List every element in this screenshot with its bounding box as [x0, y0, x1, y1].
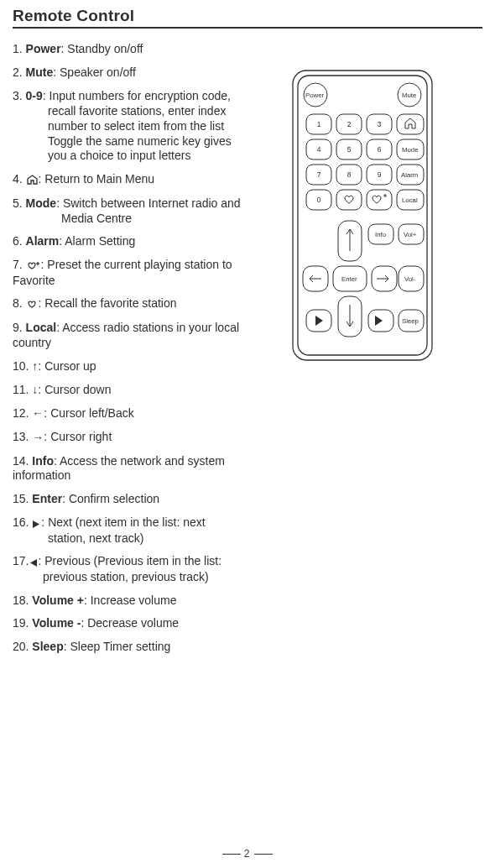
desc-item-2: 2. Mute: Speaker on/off [13, 65, 274, 81]
desc-item-4: 4. : Return to Main Menu [13, 172, 274, 187]
desc-item-1: 1. Power: Standby on/off [13, 42, 274, 57]
desc-item-6: 6. Alarm: Alarm Setting [13, 234, 274, 249]
mute-label: Mute [402, 92, 416, 99]
alarm-label: Alarm [401, 171, 418, 179]
volm-label: Vol- [404, 275, 416, 283]
sleep-label: Sleep [402, 317, 419, 325]
svg-rect-31 [367, 190, 392, 210]
desc-item-13: 13. →: Cursor right [13, 430, 274, 445]
svg-text:6: 6 [378, 145, 382, 154]
fav-icon [26, 297, 39, 312]
desc-item-18: 18. Volume +: Increase volume [13, 593, 274, 609]
power-label: Power [305, 92, 325, 99]
prev-icon [29, 555, 38, 570]
desc-item-3: 3. 0-9: Input numbers for encryption cod… [13, 89, 274, 165]
local-label: Local [402, 196, 418, 204]
desc-item-19: 19. Volume -: Decrease volume [13, 616, 274, 631]
desc-item-11: 11. ↓: Cursor down [13, 383, 274, 398]
svg-rect-3 [298, 76, 427, 355]
svg-text:8: 8 [347, 170, 352, 179]
desc-item-15: 15. Enter: Confirm selection [13, 492, 274, 507]
mode-label: Mode [402, 146, 419, 154]
svg-text:3: 3 [378, 120, 382, 128]
description-list: 1. Power: Standby on/off2. Mute: Speaker… [13, 42, 274, 663]
next-icon [32, 516, 41, 531]
right-icon: → [32, 431, 44, 446]
svg-text:9: 9 [378, 170, 382, 179]
desc-item-16: 16. : Next (next item in the list: nexts… [13, 515, 274, 546]
desc-item-20: 20. Sleep: Sleep Timer setting [13, 640, 274, 655]
desc-item-5: 5. Mode: Switch between Internet radio a… [13, 196, 274, 227]
desc-item-10: 10. ↑: Cursor up [13, 359, 274, 374]
svg-text:2: 2 [347, 120, 352, 128]
enter-label: Enter [341, 275, 357, 283]
page-title: Remote Control [13, 7, 482, 29]
desc-item-12: 12. ←: Cursor left/Back [13, 406, 274, 421]
desc-item-14: 14. Info: Access the network and systemi… [13, 454, 274, 484]
svg-text:5: 5 [347, 145, 352, 154]
desc-item-17: 17.: Previous (Previous item in the list… [13, 554, 274, 584]
svg-text:1: 1 [317, 120, 321, 128]
left-icon: ← [32, 406, 44, 421]
info-label: Info [375, 231, 387, 238]
desc-item-7: 7. : Preset the current playing station … [13, 258, 274, 288]
page-number: 2 [0, 848, 495, 860]
home-icon [26, 173, 39, 188]
svg-rect-30 [336, 190, 362, 210]
fav-add-icon [26, 259, 41, 274]
desc-item-9: 9. Local: Access radio stations in your … [13, 321, 274, 351]
volp-label: Vol+ [404, 231, 417, 238]
desc-item-8: 8. : Recall the favorite station [13, 296, 274, 311]
svg-text:4: 4 [317, 145, 321, 154]
remote-diagram: Power Mute 123456789 Mode Alarm Local 0 [289, 70, 435, 363]
svg-text:7: 7 [317, 170, 321, 179]
svg-text:0: 0 [317, 196, 321, 204]
